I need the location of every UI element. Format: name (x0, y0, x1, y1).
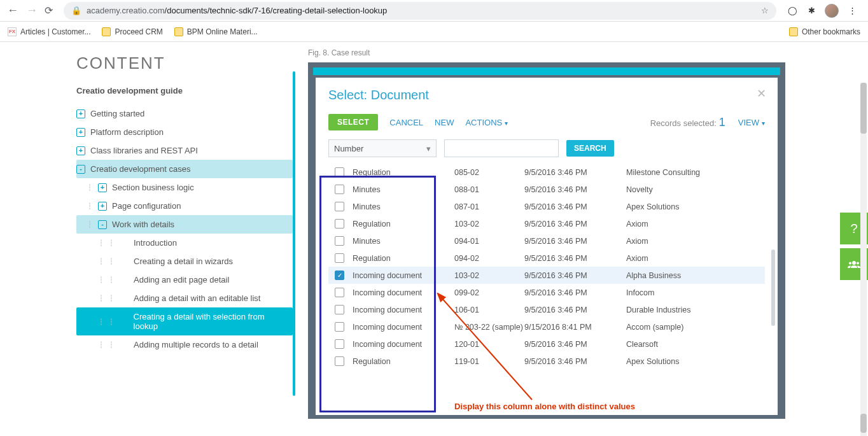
expander-icon[interactable]: + (76, 109, 85, 118)
cell-type: Regulation (353, 357, 454, 366)
table-row[interactable]: Incoming document№ 203-22 (sample)9/15/2… (328, 318, 765, 335)
sync-icon[interactable]: ◯ (787, 5, 798, 17)
search-input[interactable] (444, 139, 559, 157)
expander-icon[interactable]: + (98, 202, 107, 211)
page-scrollbar-track[interactable] (860, 83, 867, 436)
back-button[interactable]: ← (6, 4, 19, 17)
bookmarks-bar: FXArticles | Customer... Proceed CRM BPM… (0, 22, 868, 42)
bookmark-label: Proceed CRM (115, 27, 162, 36)
expander-icon[interactable]: + (76, 146, 85, 155)
tree-item[interactable]: +Getting started (76, 104, 293, 123)
row-checkbox[interactable] (335, 185, 344, 194)
tree-item[interactable]: +Platform description (76, 123, 293, 141)
star-icon[interactable]: ☆ (761, 6, 769, 15)
row-checkbox[interactable] (335, 339, 344, 349)
row-checkbox[interactable] (335, 236, 344, 246)
page-scrollbar-thumb[interactable] (860, 414, 867, 433)
tree-item[interactable]: ┆┆Adding multiple records to a detail (76, 335, 293, 354)
cell-number: 094-02 (454, 254, 524, 263)
page-scrollbar-thumb[interactable] (860, 83, 867, 134)
cell-account: Infocom (626, 288, 762, 297)
row-checkbox[interactable] (335, 288, 344, 297)
cell-type: Regulation (353, 220, 454, 229)
cell-account: Alpha Business (626, 271, 762, 280)
table-row[interactable]: Incoming document099-029/5/2016 3:46 PMI… (328, 284, 765, 301)
cell-number: 099-02 (454, 288, 524, 297)
tree-label: Creating a detail with selection from lo… (134, 312, 286, 331)
tree-item[interactable]: ┆┆Creating a detail in wizards (76, 252, 293, 271)
bookmark-item[interactable]: BPM Online Materi... (174, 27, 258, 36)
browser-toolbar: ← → ⟳ 🔒 academy.creatio.com/documents/te… (0, 0, 868, 22)
tree-item[interactable]: +Class libraries and REST API (76, 141, 293, 160)
tree-item[interactable]: ┆-Work with details (76, 215, 293, 234)
row-checkbox[interactable] (335, 202, 344, 211)
tree-item[interactable]: -Creatio development cases (76, 160, 293, 178)
cancel-button[interactable]: CANCEL (389, 118, 423, 127)
cell-date: 9/5/2016 3:46 PM (524, 202, 626, 211)
table-row[interactable]: Minutes088-019/5/2016 3:46 PMNovelty (328, 181, 765, 198)
cell-number: 120-01 (454, 340, 524, 349)
tree-item[interactable]: ┆┆Adding an edit page detail (76, 271, 293, 289)
row-checkbox[interactable] (335, 167, 344, 177)
expander-icon[interactable]: + (98, 183, 107, 192)
table-row[interactable]: Minutes087-019/5/2016 3:46 PMApex Soluti… (328, 198, 765, 215)
tree-item[interactable]: ┆+Section business logic (76, 178, 293, 197)
row-checkbox[interactable] (335, 322, 344, 332)
bookmark-label: BPM Online Materi... (187, 27, 258, 36)
page-body: CONTENT Creatio development guide +Getti… (0, 42, 868, 436)
search-button[interactable]: SEARCH (566, 140, 614, 157)
tree-item[interactable]: ┆┆Introduction (76, 234, 293, 252)
cell-number: 119-01 (454, 357, 524, 366)
table-row[interactable]: Regulation103-029/5/2016 3:46 PMAxiom (328, 215, 765, 232)
content-subtitle: Creatio development guide (76, 86, 293, 95)
actions-dropdown[interactable]: ACTIONS (465, 118, 508, 127)
row-checkbox[interactable] (335, 253, 344, 263)
results-grid: Regulation085-029/5/2016 3:46 PMMileston… (328, 164, 765, 370)
expander-icon[interactable]: + (76, 128, 85, 137)
other-bookmarks[interactable]: Other bookmarks (789, 27, 860, 36)
row-checkbox[interactable]: ✓ (335, 271, 344, 280)
row-checkbox[interactable] (335, 356, 344, 366)
cell-type: Minutes (353, 202, 454, 211)
cell-number: 094-01 (454, 237, 524, 246)
cell-type: Incoming document (353, 306, 454, 314)
cell-type: Incoming document (353, 271, 454, 280)
grid-scrollbar[interactable] (771, 250, 775, 326)
filter-field-select[interactable]: Number (328, 139, 437, 157)
row-checkbox[interactable] (335, 305, 344, 314)
extensions-icon[interactable]: ✱ (806, 5, 817, 17)
row-checkbox[interactable] (335, 219, 344, 229)
bookmark-item[interactable]: FXArticles | Customer... (8, 27, 90, 36)
table-row[interactable]: Minutes094-019/5/2016 3:46 PMAxiom (328, 232, 765, 250)
forward-button: → (25, 4, 38, 17)
cell-number: 087-01 (454, 202, 524, 211)
expander-icon[interactable]: - (76, 165, 85, 174)
folder-icon (174, 27, 183, 36)
profile-avatar[interactable] (825, 4, 839, 18)
bookmark-item[interactable]: Proceed CRM (102, 27, 162, 36)
cell-date: 9/5/2016 3:46 PM (524, 185, 626, 194)
table-row[interactable]: Regulation119-019/5/2016 3:46 PMApex Sol… (328, 353, 765, 370)
tree-item[interactable]: ┆┆Creating a detail with selection from … (76, 307, 293, 335)
close-icon[interactable]: ✕ (757, 87, 766, 101)
tree-label: Getting started (90, 109, 144, 118)
select-button[interactable]: SELECT (328, 114, 378, 130)
table-row[interactable]: Regulation094-029/5/2016 3:46 PMAxiom (328, 250, 765, 267)
modal-toolbar: SELECT CANCEL NEW ACTIONS Records select… (328, 114, 765, 130)
folder-icon (789, 27, 798, 36)
reload-button[interactable]: ⟳ (45, 4, 57, 17)
cell-account: Axiom (626, 237, 762, 246)
address-bar[interactable]: 🔒 academy.creatio.com/documents/technic-… (64, 2, 776, 20)
table-row[interactable]: ✓Incoming document103-029/5/2016 3:46 PM… (328, 267, 765, 284)
new-button[interactable]: NEW (435, 118, 454, 127)
expander-icon[interactable]: - (98, 220, 107, 229)
table-row[interactable]: Incoming document106-019/5/2016 3:46 PMD… (328, 301, 765, 318)
menu-icon[interactable]: ⋮ (846, 5, 858, 17)
tree-item[interactable]: ┆┆Adding a detail with an editable list (76, 289, 293, 307)
table-row[interactable]: Regulation085-029/5/2016 3:46 PMMileston… (328, 164, 765, 181)
tree-item[interactable]: ┆+Page configuration (76, 197, 293, 215)
table-row[interactable]: Incoming document120-019/5/2016 3:46 PMC… (328, 335, 765, 353)
cell-type: Minutes (353, 185, 454, 194)
view-dropdown[interactable]: VIEW (738, 118, 765, 127)
cell-account: Clearsoft (626, 340, 762, 349)
